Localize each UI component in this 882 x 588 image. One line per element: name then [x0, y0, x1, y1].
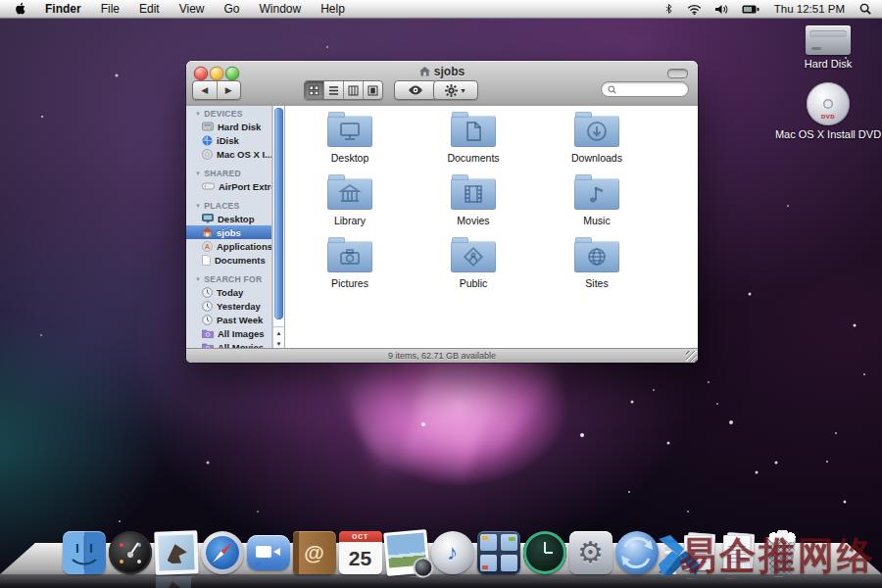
dock-item-software-update[interactable]	[613, 531, 660, 574]
menu-item-help[interactable]: Help	[311, 0, 355, 18]
disclosure-triangle-icon[interactable]: ▼	[195, 273, 201, 285]
dock-item-mail[interactable]	[153, 531, 199, 574]
folder-label: Desktop	[331, 152, 369, 164]
sidebar-section-header: ▼SHARED	[186, 168, 271, 179]
list-view-icon[interactable]	[324, 81, 344, 99]
sidebar-item-applications[interactable]: AApplications	[186, 239, 271, 253]
desktop-icon-label: Mac OS X Install DVD	[769, 128, 882, 140]
idisk-globe-icon	[202, 135, 213, 146]
sidebar-item-today[interactable]: Today	[186, 285, 271, 299]
sidebar-item-documents[interactable]: Documents	[186, 253, 271, 267]
dock-item-itunes[interactable]: ♪♪	[429, 531, 475, 574]
sidebar-section-header: ▼SEARCH FOR	[186, 273, 271, 285]
dock-item-ichat[interactable]	[245, 535, 291, 574]
menu-item-go[interactable]: Go	[215, 0, 250, 18]
desktop: FinderFileEditViewGoWindowHelp Thu 12:51…	[0, 0, 882, 588]
folder-public[interactable]: Public	[412, 235, 535, 298]
disclosure-triangle-icon[interactable]: ▼	[195, 108, 201, 120]
sidebar-item-sjobs[interactable]: sjobs	[186, 225, 271, 239]
status-text: 9 items, 62.71 GB available	[388, 351, 496, 361]
dock-item-ical[interactable]: OCT25OCT25	[337, 531, 383, 574]
menubar-clock[interactable]: Thu 12:51 PM	[768, 3, 851, 15]
sidebar-item-idisk[interactable]: iDisk	[186, 133, 271, 147]
sidebar-item-label: Mac OS X I...	[217, 149, 272, 160]
dock-item-address-book[interactable]: @@	[291, 531, 337, 574]
folder-music[interactable]: Music	[535, 172, 659, 235]
hard-disk-icon	[202, 122, 214, 131]
sidebar-item-label: Applications	[217, 241, 272, 252]
volume-icon[interactable]	[710, 0, 733, 18]
sidebar-item-mac-os-x-i-[interactable]: Mac OS X I...	[186, 147, 271, 161]
action-menu-button[interactable]: ▼	[433, 80, 478, 100]
sidebar-item-label: AirPort Extreme	[219, 181, 272, 192]
sidebar-item-label: Hard Disk	[218, 122, 261, 132]
gear-icon	[445, 84, 458, 97]
sidebar-scrollbar[interactable]: ▲ ▼	[272, 106, 285, 349]
dock-item-dashboard[interactable]	[107, 531, 153, 574]
scroll-up-arrow[interactable]: ▲	[273, 327, 284, 338]
battery-icon[interactable]	[737, 0, 764, 18]
sidebar-item-hard-disk[interactable]: Hard Disk	[186, 120, 271, 133]
search-icon	[608, 85, 616, 94]
folder-desktop[interactable]: Desktop	[288, 110, 412, 172]
wifi-icon[interactable]	[682, 0, 707, 18]
back-button[interactable]: ◀	[193, 81, 218, 99]
folder-sites[interactable]: Sites	[535, 235, 659, 298]
sidebar-item-airport-extreme[interactable]: AirPort Extreme	[186, 179, 271, 193]
person-diamond-glyph-icon	[451, 241, 496, 272]
disclosure-triangle-icon[interactable]: ▼	[195, 168, 201, 179]
eye-icon	[408, 85, 423, 95]
sidebar-item-past-week[interactable]: Past Week	[186, 313, 271, 326]
column-view-icon[interactable]	[344, 81, 364, 99]
menu-item-finder[interactable]: Finder	[35, 0, 91, 18]
sidebar-item-desktop[interactable]: Desktop	[186, 212, 271, 225]
toolbar-toggle-button[interactable]	[667, 69, 688, 78]
disclosure-triangle-icon[interactable]: ▼	[195, 200, 201, 212]
dock-item-iphoto[interactable]	[383, 531, 429, 574]
dock-item-system-preferences[interactable]: ⚙⚙	[567, 531, 613, 574]
icon-view-icon[interactable]	[305, 81, 324, 99]
menu-item-edit[interactable]: Edit	[129, 0, 170, 18]
apple-menu-icon[interactable]	[0, 0, 35, 18]
dock-item-spaces[interactable]	[475, 531, 521, 574]
desktop-icon-mac-os-x-install-dvd[interactable]: DVDMac OS X Install DVD	[769, 82, 882, 140]
dock-item-finder[interactable]	[61, 531, 107, 574]
menu-item-window[interactable]: Window	[250, 0, 312, 18]
dock-item-documents-stack[interactable]	[679, 533, 718, 574]
bluetooth-icon[interactable]	[660, 0, 678, 18]
folder-documents[interactable]: Documents	[412, 110, 535, 172]
dock-item-time-machine[interactable]	[521, 531, 567, 574]
folder-downloads[interactable]: Downloads	[535, 110, 659, 172]
window-titlebar[interactable]: sjobs ◀ ▶	[186, 61, 698, 107]
folder-movies[interactable]: Movies	[412, 172, 535, 235]
folder-library[interactable]: Library	[288, 172, 412, 235]
dock-item-safari[interactable]	[199, 531, 245, 574]
resize-grip[interactable]	[686, 351, 697, 362]
sidebar-header-label: PLACES	[204, 200, 239, 212]
svg-text:A: A	[205, 242, 211, 251]
forward-button[interactable]: ▶	[218, 81, 241, 99]
dock-item-downloads-stack[interactable]	[718, 533, 758, 574]
desktop-icon-hard-disk[interactable]: Hard Disk	[769, 25, 882, 70]
quick-look-button[interactable]	[394, 80, 437, 100]
finder-window: sjobs ◀ ▶	[186, 61, 698, 363]
search-input[interactable]	[601, 81, 689, 97]
hard-disk-icon	[806, 25, 851, 55]
window-title: sjobs	[186, 64, 698, 79]
folder-pictures[interactable]: Pictures	[288, 235, 412, 298]
sidebar-header-label: DEVICES	[204, 108, 242, 120]
sidebar-item-label: Yesterday	[217, 301, 261, 312]
menu-item-file[interactable]: File	[91, 0, 129, 18]
display-glyph-icon	[327, 116, 372, 147]
folder-label: Public	[460, 277, 488, 289]
sidebar-item-label: Today	[217, 287, 243, 298]
folder-label: Movies	[457, 215, 489, 226]
scrollbar-thumb[interactable]	[274, 108, 283, 319]
film-glyph-icon	[451, 178, 496, 210]
sidebar-item-yesterday[interactable]: Yesterday	[186, 299, 271, 313]
sidebar-item-all-images[interactable]: All Images	[186, 326, 271, 340]
dock-item-trash[interactable]	[758, 531, 805, 574]
spotlight-search-icon[interactable]	[855, 0, 876, 18]
menu-item-view[interactable]: View	[170, 0, 215, 18]
coverflow-view-icon[interactable]	[364, 81, 382, 99]
